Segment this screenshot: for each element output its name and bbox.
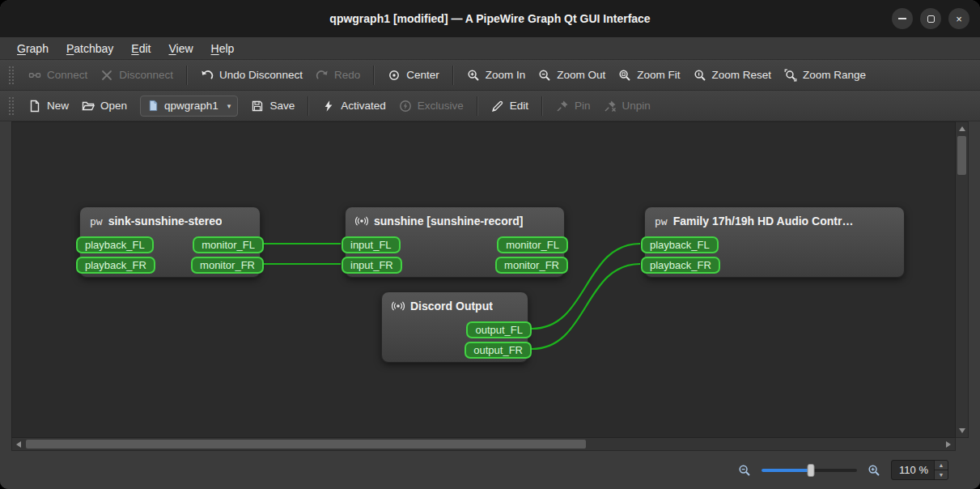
toolbar-separator <box>186 66 188 85</box>
zoom-slider[interactable] <box>762 463 857 478</box>
toolbar-separator <box>373 66 375 85</box>
disconnect-button[interactable]: Disconnect <box>94 64 180 87</box>
pipewire-icon: pw <box>90 215 103 227</box>
horizontal-scroll-thumb[interactable] <box>26 440 586 449</box>
graph-canvas[interactable]: pw sink-sunshine-stereo playback_FL play… <box>11 121 956 438</box>
port-input-fl[interactable]: input_FL <box>342 236 401 253</box>
ports: input_FL input_FR monitor_FL monitor_FR <box>346 235 564 281</box>
menu-graph[interactable]: Graph <box>8 37 57 59</box>
redo-icon <box>316 69 329 82</box>
toolbar-drag-handle[interactable] <box>9 66 14 84</box>
maximize-button[interactable] <box>920 8 941 29</box>
zoom-reset-button[interactable]: Zoom Reset <box>687 64 778 87</box>
zoom-out-icon[interactable] <box>738 464 751 477</box>
center-icon <box>388 69 401 82</box>
save-icon <box>251 100 264 113</box>
unpin-button[interactable]: Unpin <box>597 95 657 117</box>
spin-down-button[interactable]: ▼ <box>935 470 948 479</box>
menu-view[interactable]: View <box>159 37 202 59</box>
node-header: pw Family 17h/19h HD Audio Contr… <box>645 207 904 235</box>
zoom-fit-button[interactable]: Zoom Fit <box>612 64 686 87</box>
zoom-in-button[interactable]: Zoom In <box>460 64 532 87</box>
port-playback-fr[interactable]: playback_FR <box>76 257 155 274</box>
port-input-fr[interactable]: input_FR <box>342 257 402 274</box>
stream-icon <box>392 300 405 313</box>
menu-edit[interactable]: Edit <box>122 37 159 59</box>
connect-icon <box>28 69 41 82</box>
input-ports: playback_FL playback_FR <box>641 236 720 274</box>
zoom-range-button[interactable]: Zoom Range <box>778 64 872 87</box>
node-title: Family 17h/19h HD Audio Contr… <box>673 215 854 227</box>
session-combo-value: qpwgraph1 <box>164 100 218 112</box>
connect-button[interactable]: Connect <box>22 64 94 87</box>
node-discord-output[interactable]: Discord Output output_FL output_FR <box>381 291 528 363</box>
toolbar-graph: Connect Disconnect Undo Disconnect Redo … <box>0 60 980 91</box>
menu-edit-label: Edit <box>131 42 151 55</box>
pin-button[interactable]: Pin <box>549 95 597 117</box>
zoom-value[interactable]: 110 % <box>892 461 934 479</box>
zoom-fit-label: Zoom Fit <box>637 69 680 81</box>
scroll-left-arrow[interactable] <box>16 441 21 448</box>
toolbar-drag-handle[interactable] <box>9 97 14 115</box>
pencil-icon <box>491 100 504 113</box>
port-playback-fl[interactable]: playback_FL <box>641 236 719 253</box>
port-playback-fr[interactable]: playback_FR <box>641 257 720 274</box>
minimize-button[interactable] <box>892 8 913 29</box>
port-output-fl[interactable]: output_FL <box>466 321 532 338</box>
session-file-icon <box>147 100 159 112</box>
maximize-icon <box>927 15 935 23</box>
lightning-icon <box>322 100 335 113</box>
output-ports: output_FL output_FR <box>465 321 532 359</box>
redo-button[interactable]: Redo <box>309 64 367 87</box>
toolbar-separator <box>308 96 309 116</box>
vertical-scrollbar[interactable] <box>956 121 969 438</box>
save-label: Save <box>269 100 295 112</box>
zoom-spinbox[interactable]: 110 % ▲ ▼ <box>891 460 948 480</box>
open-folder-icon <box>82 100 95 113</box>
spin-arrows: ▲ ▼ <box>934 461 948 479</box>
undo-icon <box>201 69 214 82</box>
port-monitor-fr[interactable]: monitor_FR <box>191 257 264 274</box>
zoom-slider-thumb[interactable] <box>808 464 815 477</box>
center-button[interactable]: Center <box>381 64 446 87</box>
port-monitor-fl[interactable]: monitor_FL <box>193 236 264 253</box>
ports: playback_FL playback_FR <box>645 235 904 281</box>
activated-toggle[interactable]: Activated <box>316 95 392 117</box>
window-title: qpwgraph1 [modified] — A PipeWire Graph … <box>329 12 650 25</box>
port-monitor-fr[interactable]: monitor_FR <box>495 257 568 274</box>
open-button[interactable]: Open <box>75 95 134 117</box>
close-button[interactable]: × <box>948 8 969 29</box>
exclusive-toggle[interactable]: Exclusive <box>392 95 470 117</box>
vertical-scroll-thumb[interactable] <box>957 136 966 175</box>
node-sink-sunshine-stereo[interactable]: pw sink-sunshine-stereo playback_FL play… <box>79 206 261 278</box>
menu-patchbay[interactable]: Patchbay <box>57 37 122 59</box>
toolbar-separator <box>477 96 478 116</box>
minimize-icon <box>898 18 906 19</box>
node-header: pw sink-sunshine-stereo <box>80 207 260 235</box>
scroll-up-arrow[interactable] <box>959 126 965 131</box>
edit-toggle[interactable]: Edit <box>485 95 535 117</box>
spin-up-button[interactable]: ▲ <box>935 461 948 470</box>
scroll-down-arrow[interactable] <box>959 428 965 433</box>
input-ports: input_FL input_FR <box>342 236 402 274</box>
menu-help[interactable]: Help <box>202 37 244 59</box>
close-icon: × <box>956 13 962 25</box>
port-output-fr[interactable]: output_FR <box>465 342 532 359</box>
unpin-icon <box>604 100 617 113</box>
zoom-out-button[interactable]: Zoom Out <box>532 64 612 87</box>
node-family-hd-audio[interactable]: pw Family 17h/19h HD Audio Contr… playba… <box>644 206 905 278</box>
horizontal-scrollbar[interactable] <box>11 438 956 451</box>
new-button[interactable]: New <box>22 95 75 117</box>
zoom-in-icon[interactable] <box>868 464 880 477</box>
stream-icon <box>355 215 368 227</box>
port-playback-fl[interactable]: playback_FL <box>76 236 154 253</box>
session-combo[interactable]: qpwgraph1 ▾ <box>140 96 238 117</box>
node-sunshine-record[interactable]: sunshine [sunshine-record] input_FL inpu… <box>345 206 565 278</box>
scroll-right-arrow[interactable] <box>946 441 951 448</box>
undo-disconnect-button[interactable]: Undo Disconnect <box>194 64 309 87</box>
menu-rest: dit <box>139 42 151 55</box>
save-button[interactable]: Save <box>244 95 301 117</box>
port-monitor-fl[interactable]: monitor_FL <box>497 236 568 253</box>
titlebar[interactable]: qpwgraph1 [modified] — A PipeWire Graph … <box>0 0 980 37</box>
node-title: Discord Output <box>410 300 493 313</box>
